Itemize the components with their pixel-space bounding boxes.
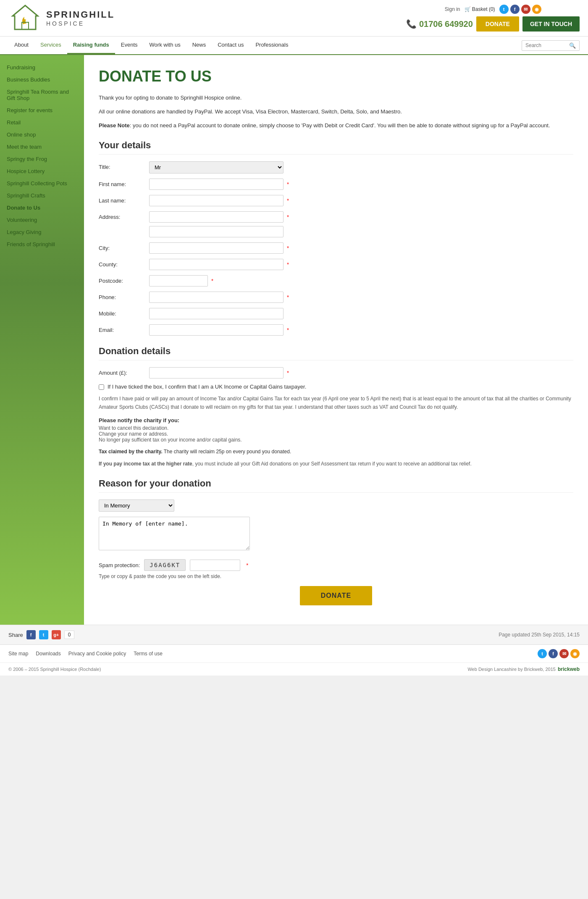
email-field: *: [149, 324, 573, 336]
footer-twitter-icon[interactable]: t: [538, 649, 547, 658]
tax-claim-bold: Tax claimed by the charity.: [99, 449, 163, 455]
share-facebook-button[interactable]: f: [26, 630, 36, 639]
brickweb-text: Web Design Lancashire by Brickweb, 2015: [467, 667, 556, 672]
get-in-touch-button[interactable]: GET IN TOUCH: [522, 16, 580, 32]
intro-text-1: Thank you for opting to donate to Spring…: [99, 94, 573, 103]
twitter-icon[interactable]: t: [499, 5, 509, 14]
your-details-heading: Your details: [99, 140, 573, 155]
footer-rss-icon[interactable]: ◉: [570, 649, 580, 658]
city-required: *: [287, 245, 289, 251]
phone-input[interactable]: [149, 292, 284, 303]
terms-link[interactable]: Terms of use: [134, 651, 163, 657]
sidebar-business-buddies[interactable]: Business Buddies: [0, 74, 84, 86]
header-top-right: Sign in 🛒 Basket (0) t f ✉ ◉: [445, 5, 541, 14]
basket-link[interactable]: 🛒 Basket (0): [465, 6, 495, 12]
email-required: *: [287, 327, 289, 333]
amount-row: Amount (£): *: [99, 367, 573, 379]
sidebar-online-shop[interactable]: Online shop: [0, 129, 84, 141]
main-layout: Fundraising Business Buddies Springhill …: [0, 55, 588, 625]
postcode-input[interactable]: [149, 275, 208, 287]
main-content: DONATE TO US Thank you for opting to don…: [84, 55, 588, 625]
sign-in-link[interactable]: Sign in: [445, 6, 460, 12]
amount-label: Amount (£):: [99, 367, 149, 376]
logo-text: SPRINGHILL HOSPICE: [46, 9, 115, 27]
notify-heading: Please notify the charity if you:: [99, 417, 179, 423]
nav-about[interactable]: About: [8, 37, 34, 54]
donate-button[interactable]: DONATE: [476, 16, 519, 32]
sidebar-meet-team[interactable]: Meet the team: [0, 141, 84, 153]
sidebar-collecting-pots[interactable]: Springhill Collecting Pots: [0, 177, 84, 189]
city-input[interactable]: [149, 242, 284, 254]
nav-contact-us[interactable]: Contact us: [212, 37, 249, 54]
higher-rate-text: , you must include all your Gift Aid don…: [192, 461, 472, 467]
email-input[interactable]: [149, 324, 284, 336]
share-twitter-button[interactable]: t: [39, 630, 48, 639]
amount-input[interactable]: [149, 367, 284, 379]
privacy-link[interactable]: Privacy and Cookie policy: [68, 651, 126, 657]
notify-list: Want to cancel this declaration. Change …: [99, 425, 573, 443]
phone-required: *: [287, 294, 289, 300]
search-box: 🔍: [522, 40, 580, 51]
sidebar-tea-rooms[interactable]: Springhill Tea Rooms and Gift Shop: [0, 86, 84, 104]
search-input[interactable]: [525, 42, 567, 48]
mobile-input[interactable]: [149, 308, 284, 319]
email-row: Email: *: [99, 324, 573, 336]
footer-email-icon[interactable]: ✉: [559, 649, 569, 658]
share-google-button[interactable]: g+: [52, 630, 61, 639]
gift-aid-checkbox[interactable]: [99, 384, 104, 390]
spam-code: J6AG6KT: [144, 559, 186, 571]
sidebar-legacy-giving[interactable]: Legacy Giving: [0, 226, 84, 238]
email-icon[interactable]: ✉: [521, 5, 530, 14]
address-row: Address: *: [99, 211, 573, 237]
reason-heading: Reason for your donation: [99, 478, 573, 493]
notify-item-1: Want to cancel this declaration.: [99, 425, 573, 431]
sidebar-crafts[interactable]: Springhill Crafts: [0, 189, 84, 202]
postcode-field: *: [149, 275, 573, 287]
footer-facebook-icon[interactable]: f: [549, 649, 558, 658]
last-name-input[interactable]: [149, 195, 284, 206]
city-field: *: [149, 242, 573, 254]
reason-textarea[interactable]: In Memory of [enter name].: [99, 517, 250, 550]
reason-select[interactable]: In Memory In Honour General Donation Oth…: [99, 499, 174, 512]
spam-label: Spam protection:: [99, 562, 140, 568]
spam-input[interactable]: [190, 560, 240, 571]
sidebar-donate-to-us[interactable]: Donate to Us: [0, 202, 84, 214]
sidebar-retail[interactable]: Retail: [0, 116, 84, 129]
county-input[interactable]: [149, 259, 284, 270]
rss-icon[interactable]: ◉: [532, 5, 541, 14]
search-icon[interactable]: 🔍: [569, 42, 576, 49]
facebook-icon[interactable]: f: [510, 5, 520, 14]
svg-marker-0: [13, 5, 38, 29]
donate-submit-button[interactable]: DONATE: [300, 586, 372, 605]
phone-field: *: [149, 292, 573, 303]
first-name-required: *: [287, 181, 289, 187]
sidebar-springy-frog[interactable]: Springy the Frog: [0, 153, 84, 165]
sidebar-volunteering[interactable]: Volunteering: [0, 214, 84, 226]
nav-work-with-us[interactable]: Work with us: [144, 37, 186, 54]
please-note-text: : you do not need a PayPal account to do…: [130, 122, 550, 129]
sidebar-fundraising[interactable]: Fundraising: [0, 61, 84, 74]
downloads-link[interactable]: Downloads: [36, 651, 60, 657]
social-icons: t f ✉ ◉: [499, 5, 541, 14]
last-name-label: Last name:: [99, 195, 149, 204]
nav-professionals[interactable]: Professionals: [249, 37, 294, 54]
share-section: Share f t g+ 0: [8, 630, 74, 639]
mobile-label: Mobile:: [99, 308, 149, 317]
nav-services[interactable]: Services: [34, 37, 67, 54]
sitemap-link[interactable]: Site map: [8, 651, 28, 657]
first-name-row: First name: *: [99, 179, 573, 190]
address-line1-input[interactable]: [149, 211, 284, 223]
phone-number: 📞 01706 649920: [406, 19, 472, 29]
first-name-input[interactable]: [149, 179, 284, 190]
sidebar-hospice-lottery[interactable]: Hospice Lottery: [0, 165, 84, 177]
last-name-field: *: [149, 195, 573, 206]
nav-news[interactable]: News: [186, 37, 212, 54]
nav-events[interactable]: Events: [115, 37, 144, 54]
title-select[interactable]: Mr Mrs Miss Ms Dr: [149, 161, 284, 173]
sidebar-friends[interactable]: Friends of Springhill: [0, 238, 84, 250]
sidebar-register-events[interactable]: Register for events: [0, 104, 84, 116]
address-line2-input[interactable]: [149, 226, 284, 237]
nav-raising-funds[interactable]: Raising funds: [67, 37, 115, 54]
phone-label: Phone:: [99, 292, 149, 300]
intro-text-2: All our online donations are handled by …: [99, 108, 573, 116]
